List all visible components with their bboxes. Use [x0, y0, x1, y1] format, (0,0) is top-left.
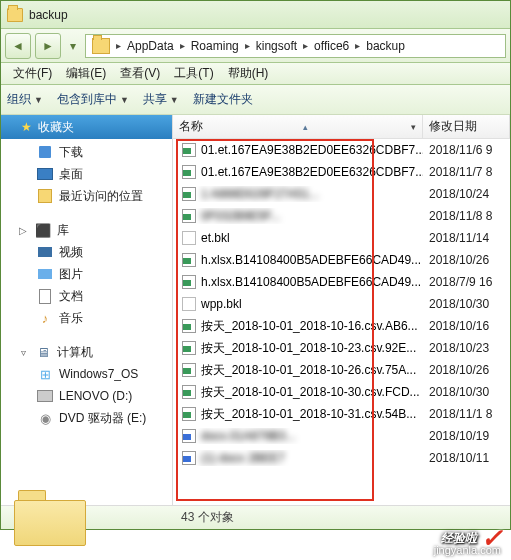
chevron-down-icon[interactable]: ▾: [411, 122, 416, 132]
label: 共享: [143, 91, 167, 108]
sidebar-item-pictures[interactable]: 图片: [1, 263, 172, 285]
file-row[interactable]: wpp.bkl2018/10/30: [173, 293, 510, 315]
file-row[interactable]: h.xlsx.B14108400B5ADEBFE66CAD49...2018/7…: [173, 271, 510, 293]
file-date: 2018/10/24: [423, 187, 510, 201]
file-date: 2018/10/16: [423, 319, 510, 333]
collapse-icon[interactable]: ▿: [17, 347, 29, 358]
sidebar-favorites-header[interactable]: ★ 收藏夹: [1, 115, 172, 139]
file-name: 按天_2018-10-01_2018-10-31.csv.54B...: [201, 406, 416, 423]
breadcrumb[interactable]: ▸ AppData ▸ Roaming ▸ kingsoft ▸ office6…: [85, 34, 506, 58]
organize-button[interactable]: 组织▼: [7, 91, 43, 108]
sidebar-item-downloads[interactable]: 下载: [1, 141, 172, 163]
sidebar-item-music[interactable]: ♪音乐: [1, 307, 172, 329]
file-icon: [181, 362, 197, 378]
file-icon: [181, 450, 197, 466]
sidebar-item-documents[interactable]: 文档: [1, 285, 172, 307]
folder-icon: [7, 8, 23, 22]
watermark: 经验啦 ✓ jingyanla.com: [441, 523, 503, 554]
menu-view[interactable]: 查看(V): [114, 63, 166, 84]
sidebar-item-desktop[interactable]: 桌面: [1, 163, 172, 185]
file-icon: [181, 296, 197, 312]
file-date: 2018/11/6 9: [423, 143, 510, 157]
breadcrumb-segment[interactable]: office6: [310, 39, 353, 53]
file-row[interactable]: h.xlsx.B14108400B5ADEBFE66CAD49...2018/1…: [173, 249, 510, 271]
navbar: ◄ ► ▾ ▸ AppData ▸ Roaming ▸ kingsoft ▸ o…: [1, 29, 510, 63]
file-date: 2018/10/11: [423, 451, 510, 465]
explorer-window: backup ◄ ► ▾ ▸ AppData ▸ Roaming ▸ kings…: [0, 0, 511, 530]
file-listview: 名称▴▾ 修改日期 01.et.167EA9E38B2ED0EE6326CDBF…: [173, 115, 510, 505]
sidebar-item-windows-os[interactable]: ⊞Windows7_OS: [1, 363, 172, 385]
label: 音乐: [59, 310, 83, 327]
file-name: 0F032B9E5F...: [201, 209, 280, 223]
include-in-library-button[interactable]: 包含到库中▼: [57, 91, 129, 108]
file-row[interactable]: 按天_2018-10-01_2018-10-23.csv.92E...2018/…: [173, 337, 510, 359]
sidebar-item-dvd-drive[interactable]: ◉DVD 驱动器 (E:): [1, 407, 172, 429]
file-row[interactable]: 按天_2018-10-01_2018-10-31.csv.54B...2018/…: [173, 403, 510, 425]
file-row[interactable]: et.bkl2018/11/14: [173, 227, 510, 249]
file-row[interactable]: 按天_2018-10-01_2018-10-26.csv.75A...2018/…: [173, 359, 510, 381]
file-name: wpp.bkl: [201, 297, 242, 311]
breadcrumb-segment[interactable]: backup: [362, 39, 409, 53]
chevron-right-icon[interactable]: ▸: [301, 40, 310, 51]
video-icon: [37, 244, 53, 260]
sidebar: ★ 收藏夹 下载 桌面 最近访问的位置 ▷⬛库 视频 图片 文档 ♪音乐 ▿🖥计…: [1, 115, 173, 505]
menubar: 文件(F) 编辑(E) 查看(V) 工具(T) 帮助(H): [1, 63, 510, 85]
list-body[interactable]: 01.et.167EA9E38B2ED0EE6326CDBF7...2018/1…: [173, 139, 510, 505]
file-row[interactable]: 01.et.167EA9E38B2ED0EE6326CDBF7...2018/1…: [173, 139, 510, 161]
menu-help[interactable]: 帮助(H): [222, 63, 275, 84]
file-icon: [181, 230, 197, 246]
window-title: backup: [29, 8, 68, 22]
file-row[interactable]: (1) docx 2BEE72018/10/11: [173, 447, 510, 469]
column-date[interactable]: 修改日期: [423, 115, 510, 138]
sidebar-item-recent[interactable]: 最近访问的位置: [1, 185, 172, 207]
file-icon: [181, 428, 197, 444]
chevron-right-icon[interactable]: ▸: [178, 40, 187, 51]
file-row[interactable]: 0F032B9E5F...2018/11/8 8: [173, 205, 510, 227]
expand-icon[interactable]: ▷: [17, 225, 29, 236]
label: 名称: [179, 118, 203, 135]
file-date: 2018/7/9 16: [423, 275, 510, 289]
breadcrumb-segment[interactable]: kingsoft: [252, 39, 301, 53]
chevron-right-icon[interactable]: ▸: [353, 40, 362, 51]
file-row[interactable]: 按天_2018-10-01_2018-10-30.csv.FCD...2018/…: [173, 381, 510, 403]
file-icon: [181, 406, 197, 422]
file-row[interactable]: 01.et.167EA9E38B2ED0EE6326CDBF7...2018/1…: [173, 161, 510, 183]
menu-file[interactable]: 文件(F): [7, 63, 58, 84]
chevron-right-icon[interactable]: ▸: [114, 40, 123, 51]
breadcrumb-segment[interactable]: AppData: [123, 39, 178, 53]
share-button[interactable]: 共享▼: [143, 91, 179, 108]
titlebar[interactable]: backup: [1, 1, 510, 29]
recent-icon: [37, 188, 53, 204]
breadcrumb-segment[interactable]: Roaming: [187, 39, 243, 53]
status-text: 43 个对象: [181, 509, 234, 526]
new-folder-button[interactable]: 新建文件夹: [193, 91, 253, 108]
file-row[interactable]: 1 A888D026F27A51...2018/10/24: [173, 183, 510, 205]
label: LENOVO (D:): [59, 389, 132, 403]
nav-history-dropdown[interactable]: ▾: [65, 33, 81, 59]
chevron-right-icon[interactable]: ▸: [243, 40, 252, 51]
file-icon: [181, 384, 197, 400]
sidebar-item-lenovo-drive[interactable]: LENOVO (D:): [1, 385, 172, 407]
sidebar-item-videos[interactable]: 视频: [1, 241, 172, 263]
file-date: 2018/11/8 8: [423, 209, 510, 223]
folder-preview-icon: [14, 490, 86, 546]
file-name: 按天_2018-10-01_2018-10-30.csv.FCD...: [201, 384, 420, 401]
file-row[interactable]: 按天_2018-10-01_2018-10-16.csv.AB6...2018/…: [173, 315, 510, 337]
sort-asc-icon: ▴: [303, 122, 312, 132]
label: DVD 驱动器 (E:): [59, 410, 146, 427]
label: 包含到库中: [57, 91, 117, 108]
file-name: h.xlsx.B14108400B5ADEBFE66CAD49...: [201, 253, 421, 267]
chevron-down-icon: ▼: [170, 95, 179, 105]
nav-back-button[interactable]: ◄: [5, 33, 31, 59]
menu-tools[interactable]: 工具(T): [168, 63, 219, 84]
file-row[interactable]: docx.01A878B3...2018/10/19: [173, 425, 510, 447]
document-icon: [37, 288, 53, 304]
column-name[interactable]: 名称▴▾: [173, 115, 423, 138]
computer-icon: 🖥: [35, 344, 51, 360]
menu-edit[interactable]: 编辑(E): [60, 63, 112, 84]
file-name: 01.et.167EA9E38B2ED0EE6326CDBF7...: [201, 143, 423, 157]
label: 下载: [59, 144, 83, 161]
sidebar-item-libraries[interactable]: ▷⬛库: [1, 219, 172, 241]
nav-forward-button[interactable]: ►: [35, 33, 61, 59]
sidebar-item-computer[interactable]: ▿🖥计算机: [1, 341, 172, 363]
